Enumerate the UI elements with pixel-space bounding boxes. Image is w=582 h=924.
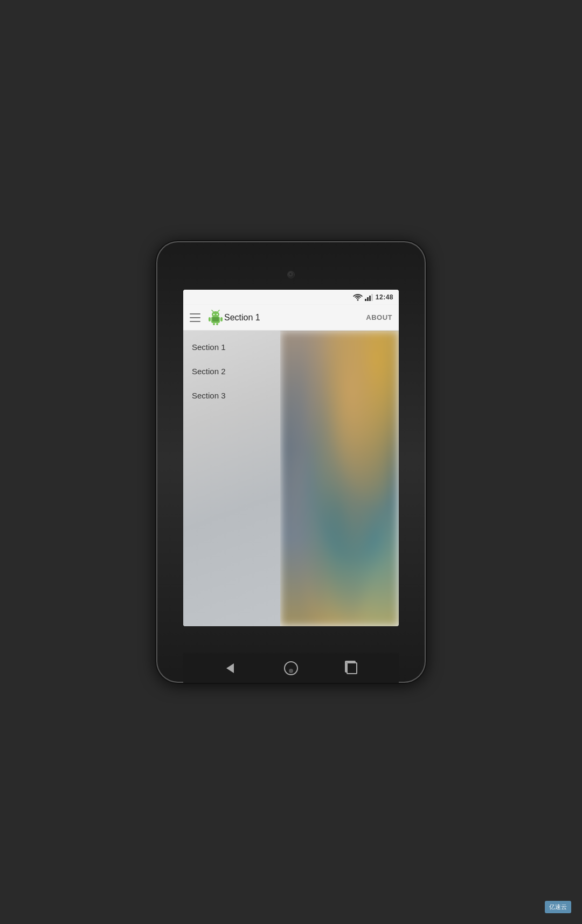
nav-bar <box>183 653 399 683</box>
nav-item-section1[interactable]: Section 1 <box>183 335 280 359</box>
blurred-background <box>280 331 399 626</box>
svg-point-6 <box>212 311 219 318</box>
wifi-icon <box>353 293 363 301</box>
svg-line-10 <box>218 310 219 312</box>
about-button[interactable]: ABOUT <box>366 313 392 321</box>
device-body: 12:48 <box>156 241 426 683</box>
hamburger-icon[interactable] <box>190 313 200 322</box>
svg-rect-11 <box>209 317 211 321</box>
svg-point-0 <box>357 299 358 301</box>
nav-item-section2[interactable]: Section 2 <box>183 359 280 383</box>
svg-rect-15 <box>212 317 219 321</box>
status-bar: 12:48 <box>183 290 399 305</box>
status-icons: 12:48 <box>353 293 393 301</box>
home-button[interactable] <box>283 661 299 676</box>
svg-rect-13 <box>213 323 215 325</box>
signal-icon <box>365 293 373 301</box>
nav-drawer: Section 1 Section 2 Section 3 <box>183 331 280 626</box>
svg-rect-12 <box>220 317 223 321</box>
content-pane <box>280 331 399 626</box>
status-time: 12:48 <box>376 293 393 301</box>
svg-rect-2 <box>367 297 369 301</box>
content-area: Section 1 Section 2 Section 3 <box>183 331 399 626</box>
recents-button[interactable] <box>344 661 359 676</box>
back-button[interactable] <box>223 661 238 676</box>
toolbar-title: Section 1 <box>224 313 366 323</box>
svg-line-9 <box>212 310 213 312</box>
android-icon <box>207 309 224 326</box>
watermark: 亿速云 <box>545 901 571 913</box>
svg-rect-1 <box>365 299 366 301</box>
svg-rect-3 <box>369 296 371 301</box>
svg-rect-4 <box>371 294 373 301</box>
screen: 12:48 <box>183 290 399 626</box>
camera <box>287 271 295 278</box>
device-wrapper: 12:48 <box>146 231 436 693</box>
nav-item-section3[interactable]: Section 3 <box>183 383 280 408</box>
svg-point-7 <box>213 313 214 314</box>
app-toolbar: Section 1 ABOUT <box>183 305 399 331</box>
bottom-indicator <box>289 669 293 673</box>
svg-rect-14 <box>216 323 218 325</box>
svg-point-8 <box>217 313 218 314</box>
